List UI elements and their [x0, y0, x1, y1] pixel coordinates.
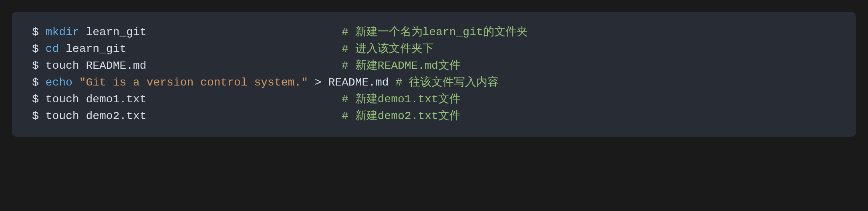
- token-args: touch README.md: [46, 60, 147, 72]
- prompt: $: [32, 60, 46, 72]
- command-part: $ cd learn_git: [32, 41, 126, 58]
- terminal-line: $ cd learn_git # 进入该文件夹下: [32, 41, 836, 58]
- token-builtin: cd: [46, 43, 59, 55]
- command-part: $ touch demo2.txt: [32, 108, 147, 125]
- prompt: $: [32, 26, 46, 38]
- padding: [147, 108, 342, 125]
- token-builtin: echo: [46, 76, 73, 89]
- padding: [147, 24, 342, 41]
- prompt: $: [32, 43, 46, 55]
- token-op: >: [315, 76, 322, 89]
- padding: [126, 41, 342, 58]
- padding: [147, 91, 342, 108]
- comment: # 新建README.md文件: [342, 58, 461, 74]
- token-file: README.md: [328, 76, 389, 89]
- terminal-line: $ echo "Git is a version control system.…: [32, 74, 836, 91]
- token-args: touch demo2.txt: [46, 110, 147, 122]
- token-string: "Git is a version control system.": [79, 76, 308, 89]
- prompt: $: [32, 76, 46, 89]
- prompt: $: [32, 110, 46, 122]
- comment: # 往该文件写入内容: [395, 74, 499, 91]
- padding: [389, 74, 396, 91]
- command-part: $ mkdir learn_git: [32, 24, 147, 41]
- token-args: [308, 76, 315, 89]
- prompt: $: [32, 93, 46, 106]
- comment: # 进入该文件夹下: [342, 41, 434, 58]
- terminal-code-block: $ mkdir learn_git # 新建一个名为learn_git的文件夹$…: [12, 12, 856, 137]
- command-part: $ touch demo1.txt: [32, 91, 147, 108]
- terminal-line: $ touch demo2.txt # 新建demo2.txt文件: [32, 108, 836, 125]
- token-args: learn_git: [79, 26, 147, 38]
- token-args: [73, 76, 79, 89]
- comment: # 新建demo2.txt文件: [342, 108, 461, 125]
- comment: # 新建一个名为learn_git的文件夹: [342, 24, 528, 41]
- terminal-line: $ mkdir learn_git # 新建一个名为learn_git的文件夹: [32, 24, 836, 41]
- command-part: $ echo "Git is a version control system.…: [32, 74, 389, 91]
- comment: # 新建demo1.txt文件: [342, 91, 461, 108]
- command-part: $ touch README.md: [32, 58, 147, 74]
- terminal-line: $ touch README.md # 新建README.md文件: [32, 58, 836, 74]
- token-builtin: mkdir: [46, 26, 79, 38]
- token-args: [322, 76, 328, 89]
- padding: [147, 58, 342, 74]
- terminal-line: $ touch demo1.txt # 新建demo1.txt文件: [32, 91, 836, 108]
- token-args: touch demo1.txt: [46, 93, 147, 106]
- token-args: learn_git: [59, 43, 126, 55]
